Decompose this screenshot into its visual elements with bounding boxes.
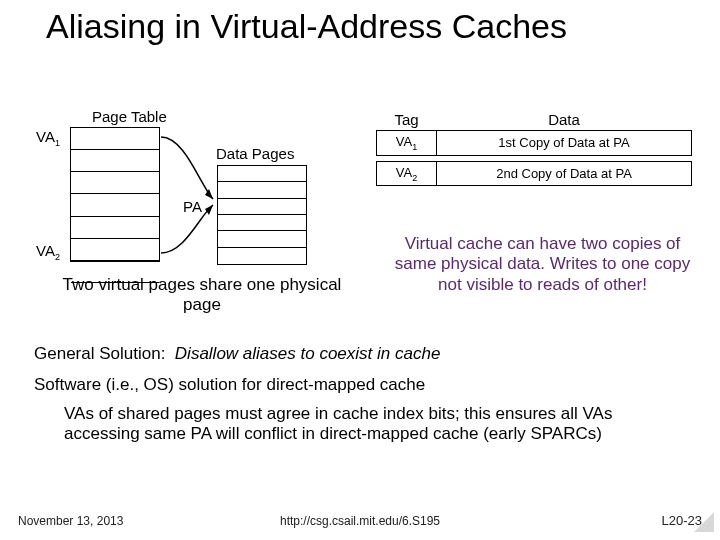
virtual-cache-note: Virtual cache can have two copies of sam… (390, 234, 695, 295)
page-curl-icon (692, 510, 714, 532)
cache-r1-data: 2nd Copy of Data at PA (437, 161, 692, 186)
data-pages-diagram (217, 165, 307, 265)
table-row: VA1 1st Copy of Data at PA (377, 131, 692, 156)
cache-r1-tag: VA (396, 165, 412, 180)
general-solution-line: General Solution: Disallow aliases to co… (34, 344, 440, 364)
footer-url: http://csg.csail.mit.edu/6.S195 (0, 514, 720, 528)
cache-r0-tag: VA (396, 134, 412, 149)
slide-title: Aliasing in Virtual-Address Caches (46, 8, 567, 45)
va2-label: VA2 (36, 242, 60, 262)
two-pages-caption: Two virtual pages share one physical pag… (62, 275, 342, 316)
cache-header-tag: Tag (377, 108, 437, 131)
cache-table: Tag Data VA1 1st Copy of Data at PA VA2 … (376, 108, 692, 186)
page-table-diagram (70, 127, 160, 262)
cache-r0-tagsub: 1 (412, 142, 417, 152)
cache-r1-tagsub: 2 (412, 172, 417, 182)
page-table-label: Page Table (92, 108, 167, 125)
general-solution-text: Disallow aliases to coexist in cache (175, 344, 441, 363)
general-solution-label: General Solution: (34, 344, 165, 363)
va1-text: VA (36, 128, 55, 145)
cache-header-data: Data (437, 108, 692, 131)
data-pages-label: Data Pages (216, 145, 294, 162)
vas-explanation: VAs of shared pages must agree in cache … (64, 404, 684, 445)
mapping-arrows (155, 125, 225, 265)
software-solution-line: Software (i.e., OS) solution for direct-… (34, 375, 425, 395)
va2-text: VA (36, 242, 55, 259)
va2-sub: 2 (55, 252, 60, 262)
table-row: VA2 2nd Copy of Data at PA (377, 161, 692, 186)
cache-r0-data: 1st Copy of Data at PA (437, 131, 692, 156)
va1-label: VA1 (36, 128, 60, 148)
va1-sub: 1 (55, 138, 60, 148)
